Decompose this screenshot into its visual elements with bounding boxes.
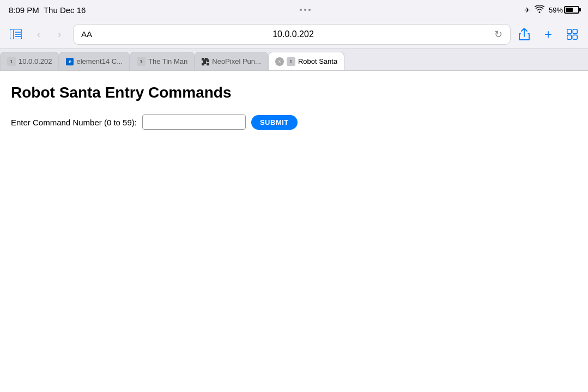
tab-tin-man[interactable]: 1 The Tin Man [130, 52, 195, 70]
tab-10-0-0-202[interactable]: 1 10.0.0.202 [0, 52, 59, 70]
tab-neopixel[interactable]: NeoPixel Pun... [195, 52, 268, 70]
tab-favicon-5: 1 [287, 57, 295, 66]
dot-2 [304, 9, 306, 11]
browser-toolbar: ‹ › AA 10.0.0.202 ↻ + [0, 20, 588, 49]
status-right: ✈ 59% [524, 5, 579, 15]
svg-rect-8 [573, 35, 577, 39]
reload-button[interactable]: ↻ [494, 28, 502, 40]
tab-favicon-4 [202, 58, 209, 65]
status-bar: 8:09 PM Thu Dec 16 ✈ 59% [0, 0, 588, 20]
back-button[interactable]: ‹ [29, 25, 48, 44]
dot-1 [300, 9, 302, 11]
add-tab-button[interactable]: + [539, 25, 557, 44]
tab-favicon-3: 1 [137, 57, 146, 66]
forward-button[interactable]: › [50, 25, 69, 44]
page-content: Robot Santa Entry Commands Enter Command… [0, 71, 588, 143]
tab-label-3: The Tin Man [148, 57, 187, 65]
tab-robot-santa[interactable]: × 1 Robot Santa [268, 52, 344, 70]
window-dots [300, 9, 311, 11]
svg-rect-12 [207, 59, 209, 62]
tabs-bar: 1 10.0.0.202 e element14 C... 1 The Tin … [0, 49, 588, 71]
toolbar-actions: + [515, 25, 581, 44]
share-button[interactable] [515, 25, 534, 44]
aa-text: AA [81, 29, 92, 39]
dot-3 [308, 9, 311, 11]
tab-favicon-1: 1 [7, 57, 16, 66]
nav-buttons: ‹ › [29, 25, 69, 44]
tabs-overview-button[interactable] [563, 25, 581, 44]
page-title: Robot Santa Entry Commands [11, 84, 577, 101]
battery-icon: 59% [549, 6, 579, 14]
command-label: Enter Command Number (0 to 59): [11, 118, 137, 127]
tab-favicon-2: e [66, 58, 74, 65]
tab-close-button[interactable]: × [275, 57, 284, 66]
tab-label-5: Robot Santa [298, 57, 337, 65]
svg-rect-15 [207, 63, 209, 65]
tab-element14[interactable]: e element14 C... [59, 52, 130, 70]
command-input[interactable] [142, 114, 246, 130]
wifi-icon [535, 5, 544, 15]
url-display: 10.0.0.202 [96, 29, 490, 39]
command-form: Enter Command Number (0 to 59): SUBMIT [11, 114, 577, 130]
svg-rect-14 [202, 63, 204, 65]
battery-percent: 59% [549, 6, 563, 14]
svg-rect-5 [567, 29, 572, 33]
tab-label-2: element14 C... [76, 57, 123, 65]
svg-rect-7 [567, 35, 572, 39]
submit-button[interactable]: SUBMIT [251, 115, 298, 130]
tab-label-4: NeoPixel Pun... [212, 57, 261, 65]
airplane-icon: ✈ [524, 6, 530, 14]
address-bar[interactable]: AA 10.0.0.202 ↻ [73, 24, 511, 45]
svg-rect-6 [573, 29, 577, 33]
tab-label-1: 10.0.0.202 [19, 57, 52, 65]
sidebar-button[interactable] [7, 25, 25, 44]
date-display: Thu Dec 16 [44, 5, 86, 15]
time-display: 8:09 PM [9, 5, 39, 15]
